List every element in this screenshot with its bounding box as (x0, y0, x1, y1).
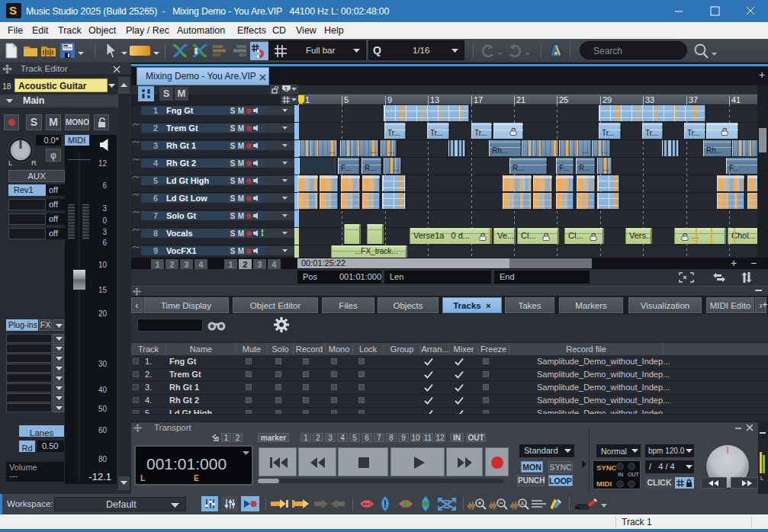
svg-text:1: 1 (284, 86, 288, 91)
svg-text:A: A (521, 501, 525, 506)
